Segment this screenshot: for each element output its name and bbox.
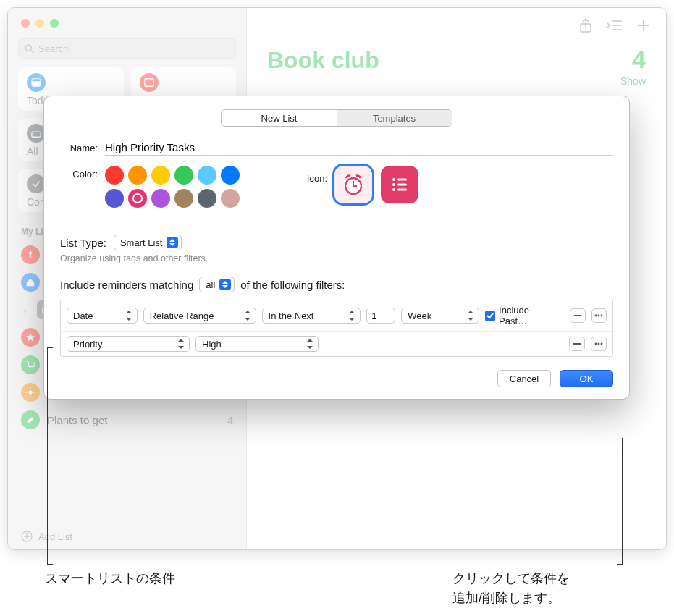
include-past-checkbox[interactable]: Include Past…: [485, 305, 559, 326]
ellipsis-icon: [594, 342, 603, 345]
share-icon: [579, 18, 592, 33]
share-button[interactable]: [578, 17, 594, 33]
svg-point-40: [595, 315, 597, 317]
filter-more-button[interactable]: [591, 337, 607, 351]
svg-point-46: [601, 343, 603, 345]
list-name: Plants to get: [47, 414, 220, 426]
svg-marker-35: [169, 239, 175, 242]
indent-button[interactable]: [607, 17, 623, 33]
calendar-icon: [144, 77, 154, 88]
minus-icon: [574, 315, 581, 316]
name-label: Name:: [60, 143, 98, 153]
new-list-dialog: New List Templates Name: Color:: [43, 96, 630, 400]
add-list-label: Add List: [38, 531, 72, 542]
color-swatch[interactable]: [105, 166, 124, 185]
chevron-updown-icon: [125, 311, 132, 321]
filter-field-select[interactable]: Priority: [67, 336, 190, 352]
svg-point-41: [598, 315, 600, 317]
list-type-hint: Organize using tags and other filters.: [60, 253, 613, 263]
list-type-select[interactable]: Smart List: [114, 235, 182, 250]
list-icon: [390, 175, 409, 194]
svg-rect-39: [574, 315, 581, 316]
color-swatch[interactable]: [174, 189, 193, 208]
alarm-icon: [341, 172, 366, 197]
svg-marker-38: [222, 285, 228, 288]
close-dot-icon[interactable]: [21, 19, 30, 28]
checkbox-icon: [485, 311, 496, 321]
tab-templates[interactable]: Templates: [337, 110, 452, 126]
annotation-left: スマートリストの条件: [45, 569, 175, 588]
list-count: 4: [227, 414, 233, 426]
filter-unit-select[interactable]: Week: [401, 308, 479, 324]
separator: [266, 166, 266, 208]
svg-rect-32: [397, 184, 407, 186]
pin-icon: [25, 250, 35, 260]
color-swatch[interactable]: [198, 166, 216, 185]
calendar-icon: [31, 77, 41, 88]
icon-choice-list[interactable]: [381, 166, 418, 203]
title-row: Book club 4: [247, 43, 666, 74]
color-swatch[interactable]: [198, 189, 216, 208]
filter-rules: Date Relative Range In the Next Week Inc…: [60, 300, 613, 357]
tab-new-list[interactable]: New List: [222, 110, 337, 126]
color-swatch[interactable]: [151, 189, 170, 208]
remove-filter-button[interactable]: [569, 337, 585, 351]
icon-choice-alarm[interactable]: [334, 166, 372, 203]
color-swatch[interactable]: [105, 189, 124, 208]
chevron-updown-icon: [167, 237, 178, 248]
color-swatch[interactable]: [221, 166, 240, 185]
toolbar: [247, 8, 666, 43]
match-mode-value: all: [206, 279, 215, 290]
filter-mode-select[interactable]: Relative Range: [143, 308, 256, 324]
color-swatch[interactable]: [174, 166, 193, 185]
tray-icon: [31, 128, 41, 138]
filter-number-input[interactable]: [366, 308, 395, 324]
filter-more-button[interactable]: [591, 308, 607, 323]
filter-row: Date Relative Range In the Next Week Inc…: [61, 300, 612, 331]
star-icon: [25, 332, 35, 342]
name-input[interactable]: [105, 140, 613, 156]
list-type-value: Smart List: [120, 237, 163, 248]
color-swatch[interactable]: [221, 189, 240, 208]
filter-value-select[interactable]: High: [195, 336, 319, 352]
ok-button[interactable]: OK: [560, 370, 613, 387]
svg-rect-3: [32, 79, 41, 82]
color-label: Color:: [60, 166, 98, 180]
chevron-updown-icon: [244, 311, 251, 321]
svg-rect-34: [397, 189, 407, 191]
page-count: 4: [632, 46, 646, 74]
leaf-icon: [25, 415, 35, 425]
add-reminder-button[interactable]: [636, 17, 652, 33]
match-mode-select[interactable]: all: [199, 277, 235, 292]
chevron-updown-icon: [467, 311, 474, 321]
chevron-right-icon[interactable]: ›: [21, 305, 30, 316]
indent-icon: [607, 20, 622, 31]
chevron-updown-icon: [348, 311, 355, 321]
svg-marker-36: [169, 243, 175, 246]
svg-point-29: [392, 178, 395, 181]
minimize-dot-icon[interactable]: [35, 19, 44, 28]
svg-point-42: [601, 315, 603, 317]
svg-point-0: [25, 45, 31, 51]
show-completed-link[interactable]: Show: [247, 74, 666, 87]
chevron-updown-icon: [219, 279, 231, 290]
home-icon: [25, 277, 35, 287]
check-icon: [31, 179, 41, 189]
search-input[interactable]: Search: [18, 38, 236, 59]
chevron-updown-icon: [306, 339, 313, 349]
zoom-dot-icon[interactable]: [50, 19, 59, 28]
svg-point-44: [595, 343, 597, 345]
color-swatch[interactable]: [128, 166, 147, 185]
svg-line-1: [31, 50, 34, 53]
filter-rel-select[interactable]: In the Next: [262, 308, 361, 324]
color-swatch[interactable]: [151, 166, 170, 185]
cancel-button[interactable]: Cancel: [497, 370, 551, 387]
plus-circle-icon: [21, 531, 33, 542]
add-list-button[interactable]: Add List: [8, 523, 246, 549]
color-swatch[interactable]: [128, 189, 147, 208]
svg-marker-8: [26, 333, 35, 342]
list-item[interactable]: Plants to get 4: [8, 406, 246, 434]
match-text-pre: Include reminders matching: [60, 279, 193, 291]
filter-field-select[interactable]: Date: [67, 308, 138, 324]
remove-filter-button[interactable]: [570, 308, 585, 323]
